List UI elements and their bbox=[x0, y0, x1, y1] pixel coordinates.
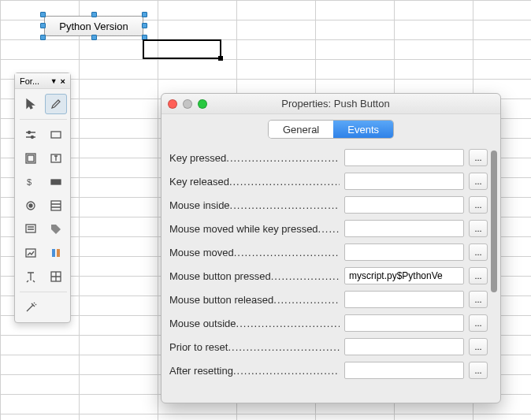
event-row: Mouse inside............................… bbox=[169, 193, 488, 217]
tab-general[interactable]: General bbox=[269, 121, 333, 138]
event-label: Prior to reset..........................… bbox=[169, 341, 340, 353]
event-value-input[interactable] bbox=[344, 220, 464, 237]
form-push-button-label: Python Version bbox=[59, 20, 128, 32]
radio-button-icon[interactable] bbox=[20, 195, 42, 216]
close-icon[interactable]: × bbox=[61, 76, 65, 86]
pencil-tool-icon[interactable] bbox=[45, 94, 67, 114]
svg-point-1 bbox=[32, 136, 34, 139]
selection-handle[interactable] bbox=[40, 12, 46, 17]
notes-control-icon[interactable] bbox=[20, 219, 42, 240]
toolbox-title-text: For... bbox=[20, 76, 39, 86]
pattern-field-icon[interactable] bbox=[45, 243, 67, 263]
cell-cursor[interactable] bbox=[143, 39, 221, 59]
event-label: After resetting.........................… bbox=[169, 365, 340, 377]
properties-title: Properties: Push Button bbox=[177, 98, 494, 110]
svg-point-9 bbox=[29, 204, 32, 207]
event-value-input[interactable] bbox=[344, 173, 464, 190]
event-label: Mouse inside............................… bbox=[169, 199, 340, 211]
event-value-input[interactable] bbox=[344, 267, 464, 284]
svg-text:$: $ bbox=[27, 177, 32, 187]
event-row: Mouse button pressed....................… bbox=[169, 264, 488, 288]
selection-handle[interactable] bbox=[40, 35, 46, 40]
event-value-input[interactable] bbox=[344, 291, 464, 308]
event-value-input[interactable] bbox=[344, 243, 464, 261]
event-row: Key pressed.............................… bbox=[169, 146, 488, 169]
event-row: Prior to reset..........................… bbox=[169, 335, 488, 359]
svg-rect-2 bbox=[51, 132, 61, 138]
event-label: Mouse button released...................… bbox=[169, 294, 340, 306]
tag-control-icon[interactable] bbox=[45, 219, 67, 240]
event-label: Key released............................… bbox=[169, 176, 340, 188]
textbox-control-icon[interactable] bbox=[45, 125, 67, 145]
pointer-tool-icon[interactable] bbox=[20, 94, 42, 114]
event-label: Mouse moved.............................… bbox=[169, 247, 340, 258]
event-value-input[interactable] bbox=[344, 196, 464, 214]
events-list: Key pressed.............................… bbox=[169, 146, 488, 396]
window-close-icon[interactable] bbox=[168, 99, 177, 109]
event-row: After resetting.........................… bbox=[169, 359, 488, 382]
toolbox-titlebar[interactable]: For... ▼ × bbox=[15, 73, 70, 89]
event-browse-button[interactable]: ... bbox=[469, 362, 488, 379]
form-push-button[interactable]: Python Version bbox=[44, 16, 143, 36]
event-value-input[interactable] bbox=[344, 149, 464, 166]
currency-field-icon[interactable]: $ bbox=[20, 172, 42, 192]
table-control-icon[interactable] bbox=[45, 266, 67, 287]
image-control-icon[interactable] bbox=[20, 243, 42, 263]
properties-tabs: General Events bbox=[269, 121, 393, 138]
event-browse-button[interactable]: ... bbox=[469, 267, 488, 284]
event-browse-button[interactable]: ... bbox=[469, 291, 488, 308]
svg-rect-13 bbox=[52, 249, 55, 257]
text-label-icon[interactable] bbox=[45, 148, 67, 169]
event-browse-button[interactable]: ... bbox=[469, 173, 488, 190]
selection-handle[interactable] bbox=[142, 23, 147, 28]
selection-handle[interactable] bbox=[142, 12, 147, 17]
event-value-input[interactable] bbox=[344, 314, 464, 332]
event-label: Mouse moved while key pressed...........… bbox=[169, 223, 340, 235]
event-browse-button[interactable]: ... bbox=[469, 243, 488, 261]
properties-dialog: Properties: Push Button General Events K… bbox=[161, 93, 501, 403]
event-row: Mouse moved while key pressed...........… bbox=[169, 217, 488, 240]
event-browse-button[interactable]: ... bbox=[469, 338, 488, 355]
selection-handle[interactable] bbox=[40, 23, 46, 28]
svg-rect-7 bbox=[51, 180, 61, 184]
form-controls-toolbox: For... ▼ × $ bbox=[14, 72, 71, 323]
event-browse-button[interactable]: ... bbox=[469, 149, 488, 166]
frame-control-icon[interactable] bbox=[20, 148, 42, 169]
scrollbar-thumb[interactable] bbox=[491, 151, 497, 292]
event-browse-button[interactable]: ... bbox=[469, 220, 488, 237]
slider-control-icon[interactable] bbox=[20, 125, 42, 145]
text-tool-icon[interactable] bbox=[20, 266, 42, 287]
event-label: Mouse outside...........................… bbox=[169, 318, 340, 329]
wizard-icon[interactable] bbox=[20, 297, 42, 318]
event-row: Mouse moved.............................… bbox=[169, 240, 488, 264]
svg-rect-12 bbox=[26, 249, 35, 257]
event-label: Mouse button pressed....................… bbox=[169, 270, 340, 282]
event-browse-button[interactable]: ... bbox=[469, 196, 488, 214]
svg-rect-4 bbox=[28, 155, 34, 162]
event-value-input[interactable] bbox=[344, 338, 464, 355]
listbox-control-icon[interactable] bbox=[45, 195, 67, 216]
event-row: Mouse button released...................… bbox=[169, 288, 488, 311]
svg-rect-11 bbox=[26, 225, 35, 232]
svg-rect-10 bbox=[51, 201, 61, 210]
event-row: Mouse outside...........................… bbox=[169, 311, 488, 335]
event-row: Key released............................… bbox=[169, 169, 488, 193]
empty-slot bbox=[45, 297, 67, 318]
tab-events[interactable]: Events bbox=[333, 121, 393, 138]
selection-handle[interactable] bbox=[91, 35, 97, 40]
svg-rect-14 bbox=[57, 249, 60, 257]
event-browse-button[interactable]: ... bbox=[469, 314, 488, 332]
selection-handle[interactable] bbox=[91, 12, 97, 17]
chevron-down-icon[interactable]: ▼ bbox=[50, 77, 58, 85]
properties-titlebar[interactable]: Properties: Push Button bbox=[162, 94, 500, 114]
button-control-icon[interactable] bbox=[45, 172, 67, 192]
event-label: Key pressed.............................… bbox=[169, 152, 340, 164]
svg-point-0 bbox=[28, 132, 31, 134]
event-value-input[interactable] bbox=[344, 362, 464, 379]
